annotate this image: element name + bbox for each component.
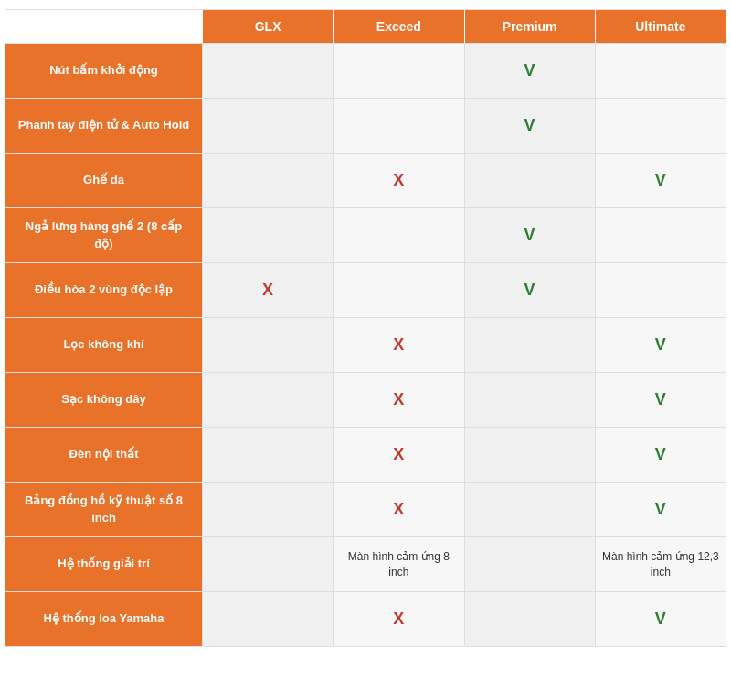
cell-glx (202, 318, 333, 372)
cell-glx (202, 154, 333, 207)
cell-ultimate: V (595, 592, 726, 646)
cell-glx (202, 428, 333, 482)
row-label: Ngả lưng hàng ghế 2 (8 cấp độ) (5, 208, 202, 262)
cell-premium: V (464, 208, 595, 262)
row-label: Đèn nội thất (5, 428, 202, 482)
row-label: Hệ thống loa Yamaha (5, 592, 202, 646)
table-body: Nút bấm khởi độngVPhanh tay điện tử & Au… (5, 43, 726, 646)
cell-premium (464, 592, 595, 646)
cell-premium (464, 428, 595, 482)
cell-exceed: X (333, 483, 463, 536)
comparison-table: GLX Exceed Premium Ultimate Nút bấm khởi… (5, 9, 726, 647)
cell-ultimate: V (595, 373, 726, 427)
cell-ultimate: V (595, 318, 726, 372)
row-label: Sạc không dây (5, 373, 202, 427)
table-row: Hệ thống giải tríMàn hình cảm ứng 8 inch… (5, 536, 726, 591)
cell-ultimate: V (595, 483, 726, 536)
table-row: Sạc không dâyXV (5, 372, 726, 427)
table-row: Đèn nội thấtXV (5, 427, 726, 482)
cell-premium (464, 154, 595, 207)
row-label: Lọc không khí (5, 318, 202, 372)
table-row: Phanh tay điện tử & Auto HoldV (5, 98, 726, 153)
table-row: Bảng đồng hồ kỹ thuật số 8 inchXV (5, 482, 726, 536)
cell-glx (202, 44, 333, 98)
cell-exceed: Màn hình cảm ứng 8 inch (333, 537, 463, 591)
cell-glx (202, 537, 333, 591)
cell-ultimate: V (595, 154, 726, 207)
cell-ultimate: Màn hình cảm ứng 12,3 inch (595, 537, 726, 591)
row-label: Ghế da (5, 154, 202, 207)
cell-exceed (333, 208, 463, 262)
table-row: Lọc không khíXV (5, 317, 726, 372)
row-label: Hệ thống giải trí (5, 537, 202, 591)
table-header: GLX Exceed Premium Ultimate (5, 10, 726, 43)
cell-glx (202, 99, 333, 153)
cell-exceed (333, 99, 463, 153)
cell-exceed: X (333, 592, 463, 646)
table-row: Ngả lưng hàng ghế 2 (8 cấp độ)V (5, 207, 726, 262)
cell-premium (464, 318, 595, 372)
cell-premium (464, 537, 595, 591)
row-label: Điều hòa 2 vùng độc lập (5, 263, 202, 317)
cell-glx (202, 483, 333, 536)
cell-ultimate (595, 99, 726, 153)
cell-exceed: X (333, 373, 463, 427)
cell-premium: V (464, 44, 595, 98)
table-row: Điều hòa 2 vùng độc lậpXV (5, 262, 726, 317)
header-premium: Premium (464, 10, 595, 43)
header-ultimate: Ultimate (595, 10, 726, 43)
cell-glx: X (202, 263, 333, 317)
cell-premium (464, 483, 595, 536)
row-label: Bảng đồng hồ kỹ thuật số 8 inch (5, 483, 202, 536)
cell-exceed (333, 263, 463, 317)
cell-premium: V (464, 99, 595, 153)
row-label: Nút bấm khởi động (5, 44, 202, 98)
header-glx: GLX (202, 10, 333, 43)
cell-glx (202, 373, 333, 427)
cell-exceed: X (333, 428, 463, 482)
cell-premium (464, 373, 595, 427)
table-row: Ghế daXV (5, 153, 726, 207)
cell-ultimate (595, 44, 726, 98)
table-row: Nút bấm khởi độngV (5, 43, 726, 98)
cell-ultimate (595, 208, 726, 262)
cell-ultimate (595, 263, 726, 317)
header-exceed: Exceed (333, 10, 463, 43)
cell-exceed: X (333, 154, 463, 207)
cell-exceed: X (333, 318, 463, 372)
cell-exceed (333, 44, 463, 98)
table-row: Hệ thống loa YamahaXV (5, 591, 726, 646)
cell-premium: V (464, 263, 595, 317)
row-label: Phanh tay điện tử & Auto Hold (5, 99, 202, 153)
cell-glx (202, 208, 333, 262)
cell-ultimate: V (595, 428, 726, 482)
cell-glx (202, 592, 333, 646)
header-empty (5, 10, 202, 43)
